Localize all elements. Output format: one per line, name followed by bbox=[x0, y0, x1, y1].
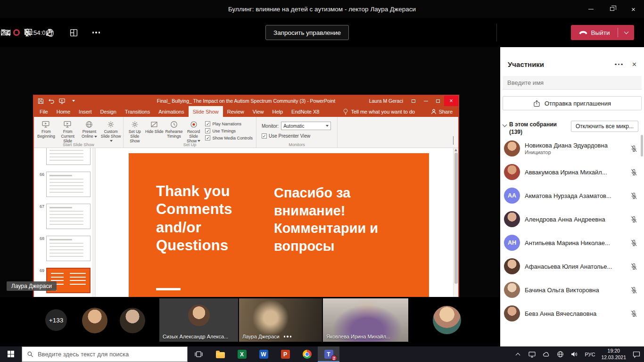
show-media-controls-checkbox[interactable]: ✓ Show Media Controls bbox=[205, 135, 253, 140]
participant-row[interactable]: Аввакумова Ирина Михайл... bbox=[500, 160, 644, 184]
request-control-button[interactable]: Запросить управление bbox=[265, 25, 349, 40]
mic-muted-icon[interactable] bbox=[630, 192, 637, 199]
ppt-close-button[interactable]: × bbox=[444, 96, 458, 106]
participant-avatar[interactable] bbox=[120, 308, 145, 333]
scroll-up-arrow[interactable]: ▲ bbox=[454, 148, 457, 152]
thumbnail-row[interactable] bbox=[37, 148, 93, 165]
tab-review[interactable]: Review bbox=[223, 106, 248, 117]
undo-button[interactable] bbox=[48, 98, 55, 104]
share-invitation-button[interactable]: Отправка приглашения bbox=[503, 96, 642, 110]
tell-me-box[interactable]: Tell me what you want to do bbox=[343, 106, 415, 117]
participant-row[interactable]: Бевз Анна Вячеславовна bbox=[500, 302, 644, 325]
file-explorer-button[interactable] bbox=[209, 346, 231, 362]
onedrive-tray-icon[interactable] bbox=[542, 350, 550, 358]
window-maximize-button[interactable] bbox=[602, 0, 623, 18]
tab-insert[interactable]: Insert bbox=[74, 106, 96, 117]
breakout-rooms-button[interactable] bbox=[68, 27, 79, 38]
participant-row[interactable]: Алендрова Анна Андреевна bbox=[500, 207, 644, 231]
video-tile[interactable]: Сизых Александр Алекса... bbox=[159, 298, 238, 342]
custom-slide-show-button[interactable]: Custom Slide Show bbox=[100, 118, 122, 143]
window-minimize-button[interactable] bbox=[580, 0, 602, 18]
monitor-dropdown[interactable]: Automatic bbox=[281, 122, 331, 130]
participant-row[interactable]: Афанасьева Юлия Анатолье... bbox=[500, 255, 644, 278]
task-view-button[interactable] bbox=[188, 346, 209, 362]
taskbar-clock[interactable]: 19:20 12.03.2021 bbox=[601, 348, 626, 361]
excel-button[interactable]: X bbox=[231, 346, 253, 362]
taskbar-search-input[interactable] bbox=[38, 351, 182, 358]
thumbnail-row[interactable]: 67 bbox=[37, 204, 93, 229]
tab-view[interactable]: View bbox=[248, 106, 268, 117]
window-close-button[interactable]: × bbox=[623, 0, 644, 18]
mic-muted-icon[interactable] bbox=[630, 263, 637, 270]
display-tray-icon[interactable] bbox=[528, 350, 536, 358]
ppt-minimize-button[interactable] bbox=[420, 96, 432, 106]
tab-design[interactable]: Design bbox=[96, 106, 121, 117]
network-tray-icon[interactable] bbox=[556, 350, 564, 358]
tab-slide-show[interactable]: Slide Show bbox=[189, 106, 223, 117]
participant-avatar[interactable] bbox=[82, 308, 107, 333]
ribbon-display-options-button[interactable] bbox=[407, 96, 420, 106]
hide-slide-button[interactable]: Hide Slide bbox=[145, 118, 165, 134]
teams-button[interactable]: T 2 bbox=[318, 346, 339, 362]
panel-close-button[interactable]: × bbox=[632, 61, 636, 68]
participant-row[interactable]: Новикова Диана Эдуардовна Инициатор bbox=[500, 137, 644, 160]
leave-button[interactable]: Выйти bbox=[571, 29, 618, 36]
mic-off-button[interactable] bbox=[22, 27, 33, 38]
action-center-button[interactable] bbox=[632, 350, 640, 358]
overflow-participants-badge[interactable]: +133 bbox=[45, 309, 67, 331]
from-current-slide-button[interactable]: From Current Slide bbox=[57, 118, 79, 143]
tile-menu-icon[interactable] bbox=[284, 336, 292, 337]
mute-all-button[interactable]: Отключить все микр... bbox=[571, 121, 638, 132]
thumbnail-row[interactable]: 68 bbox=[37, 236, 93, 261]
qat-customize-button[interactable] bbox=[70, 98, 76, 104]
participant-avatar[interactable] bbox=[433, 306, 461, 334]
start-slideshow-button[interactable] bbox=[59, 98, 66, 104]
slide-thumbnail[interactable] bbox=[46, 204, 91, 229]
camera-off-button[interactable] bbox=[0, 27, 11, 38]
save-button[interactable] bbox=[37, 98, 44, 104]
mic-muted-icon[interactable] bbox=[630, 239, 637, 247]
powerpoint-button[interactable]: P bbox=[274, 346, 296, 362]
hidden-icons-button[interactable] bbox=[514, 350, 522, 358]
tab-animations[interactable]: Animations bbox=[154, 106, 188, 117]
mic-muted-icon[interactable] bbox=[630, 310, 637, 317]
mic-muted-icon[interactable] bbox=[630, 287, 637, 294]
rehearse-timings-button[interactable]: Rehearse Timings bbox=[164, 118, 184, 139]
start-button[interactable] bbox=[0, 346, 22, 362]
share-screen-button[interactable] bbox=[43, 27, 55, 38]
panel-more-button[interactable] bbox=[615, 64, 623, 66]
tab-home[interactable]: Home bbox=[52, 106, 74, 117]
slide-thumbnail[interactable] bbox=[46, 148, 91, 165]
taskbar-search[interactable] bbox=[22, 346, 188, 362]
collapse-ribbon-button[interactable] bbox=[453, 136, 454, 145]
word-button[interactable]: W bbox=[253, 346, 274, 362]
language-indicator[interactable]: РУС bbox=[585, 352, 595, 357]
tab-file[interactable]: File bbox=[35, 106, 52, 117]
section-chevron-icon[interactable] bbox=[503, 123, 507, 127]
record-slide-show-button[interactable]: Record Slide Show bbox=[184, 118, 204, 143]
share-button[interactable]: Share bbox=[431, 106, 453, 117]
thumbnail-row[interactable]: 66 bbox=[37, 172, 93, 197]
participant-search-input[interactable] bbox=[503, 76, 642, 90]
tab-transitions[interactable]: Transitions bbox=[121, 106, 154, 117]
play-narrations-checkbox[interactable]: ✓ Play Narrations bbox=[205, 121, 253, 126]
volume-tray-icon[interactable] bbox=[570, 350, 578, 358]
slide-thumbnail[interactable] bbox=[46, 172, 91, 197]
leave-dropdown-button[interactable] bbox=[618, 32, 634, 33]
from-beginning-button[interactable]: From Beginning bbox=[35, 118, 57, 139]
slide-thumbnail[interactable] bbox=[46, 236, 91, 261]
video-tile-presenter[interactable]: Лаура Джераси bbox=[239, 298, 322, 342]
video-tile[interactable]: Яковлева Ирина Михайл... bbox=[323, 298, 408, 342]
tab-endnote[interactable]: EndNote X8 bbox=[287, 106, 323, 117]
participant-row[interactable]: АН Антипьева Марина Николае... bbox=[500, 231, 644, 255]
participant-row[interactable]: AA Акматова Нурзада Азаматов... bbox=[500, 184, 644, 207]
mic-muted-icon[interactable] bbox=[630, 145, 637, 152]
use-timings-checkbox[interactable]: ✓ Use Timings bbox=[205, 128, 253, 133]
mic-muted-icon[interactable] bbox=[630, 169, 637, 176]
present-online-button[interactable]: Present Online bbox=[79, 118, 100, 139]
participant-row[interactable]: Бачина Ольга Викторовна bbox=[500, 278, 644, 302]
set-up-slide-show-button[interactable]: Set Up Slide Show bbox=[125, 118, 145, 143]
mic-muted-icon[interactable] bbox=[630, 216, 637, 223]
tab-help[interactable]: Help bbox=[268, 106, 287, 117]
ppt-maximize-button[interactable] bbox=[432, 96, 444, 106]
